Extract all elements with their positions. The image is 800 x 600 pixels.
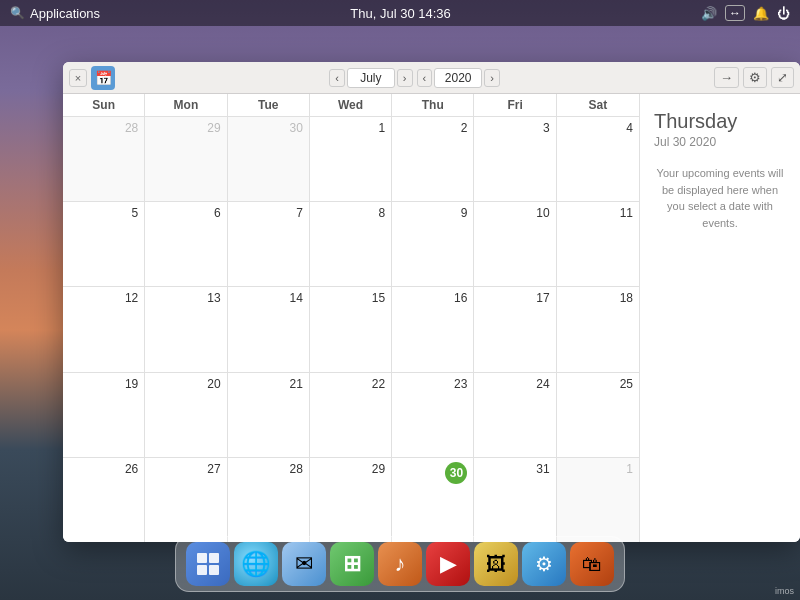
day-cell[interactable]: 14: [228, 287, 310, 371]
dock-mail-icon[interactable]: ✉: [282, 542, 326, 586]
toolbar-right-icons: → ⚙ ⤢: [714, 67, 794, 88]
day-cell[interactable]: 28: [63, 117, 145, 201]
datetime-label: Thu, Jul 30 14:36: [350, 6, 450, 21]
svg-rect-1: [209, 553, 219, 563]
dock-mosaic-icon[interactable]: [186, 542, 230, 586]
day-cell[interactable]: 19: [63, 373, 145, 457]
os-label: imos: [775, 586, 794, 596]
week-5: 26 27 28 29 30 31 1: [63, 458, 639, 542]
header-fri: Fri: [474, 94, 556, 116]
day-cell[interactable]: 25: [557, 373, 639, 457]
selected-day-name: Thursday: [654, 110, 786, 133]
day-cell[interactable]: 3: [474, 117, 556, 201]
day-cell[interactable]: 4: [557, 117, 639, 201]
topbar-right: 🔊 ↔ 🔔 ⏻: [701, 5, 790, 21]
dock-browser-icon[interactable]: 🌐: [234, 542, 278, 586]
events-info: Your upcoming events will be displayed h…: [654, 165, 786, 231]
header-wed: Wed: [310, 94, 392, 116]
day-cell[interactable]: 2: [392, 117, 474, 201]
dock-store-icon[interactable]: 🛍: [570, 542, 614, 586]
day-cell[interactable]: 20: [145, 373, 227, 457]
applications-label[interactable]: Applications: [30, 6, 100, 21]
day-cell[interactable]: 27: [145, 458, 227, 542]
day-cell[interactable]: 18: [557, 287, 639, 371]
day-cell[interactable]: 24: [474, 373, 556, 457]
svg-rect-2: [197, 565, 207, 575]
year-label: 2020: [434, 68, 482, 88]
view-button[interactable]: →: [714, 67, 739, 88]
day-cell[interactable]: 17: [474, 287, 556, 371]
calendar-header-row: Sun Mon Tue Wed Thu Fri Sat: [63, 94, 639, 117]
day-cell[interactable]: 8: [310, 202, 392, 286]
next-year-button[interactable]: ›: [484, 69, 500, 87]
dock-toggle-icon[interactable]: ⚙: [522, 542, 566, 586]
calendar-body: Sun Mon Tue Wed Thu Fri Sat 28 29 30 1 2…: [63, 94, 800, 542]
day-cell[interactable]: 29: [310, 458, 392, 542]
day-cell[interactable]: 26: [63, 458, 145, 542]
calendar-side-panel: Thursday Jul 30 2020 Your upcoming event…: [640, 94, 800, 542]
calendar-window: × 📅 ‹ July › ‹ 2020 › → ⚙ ⤢ Sun Mon Tue …: [63, 62, 800, 542]
prev-year-button[interactable]: ‹: [417, 69, 433, 87]
day-cell[interactable]: 7: [228, 202, 310, 286]
close-button[interactable]: ×: [69, 69, 87, 87]
day-cell[interactable]: 21: [228, 373, 310, 457]
day-cell[interactable]: 13: [145, 287, 227, 371]
day-cell[interactable]: 29: [145, 117, 227, 201]
search-icon: 🔍: [10, 6, 25, 20]
day-cell[interactable]: 6: [145, 202, 227, 286]
day-cell[interactable]: 31: [474, 458, 556, 542]
calendar-toolbar: × 📅 ‹ July › ‹ 2020 › → ⚙ ⤢: [63, 62, 800, 94]
selected-date: Jul 30 2020: [654, 135, 786, 149]
day-cell[interactable]: 30: [228, 117, 310, 201]
dock-video-icon[interactable]: ▶: [426, 542, 470, 586]
dock-music-icon[interactable]: ♪: [378, 542, 422, 586]
dock-sheets-icon[interactable]: ⊞: [330, 542, 374, 586]
week-4: 19 20 21 22 23 24 25: [63, 373, 639, 458]
network-icon[interactable]: ↔: [725, 5, 745, 21]
day-cell[interactable]: 9: [392, 202, 474, 286]
week-2: 5 6 7 8 9 10 11: [63, 202, 639, 287]
month-label: July: [347, 68, 395, 88]
svg-rect-3: [209, 565, 219, 575]
day-cell[interactable]: 16: [392, 287, 474, 371]
day-cell[interactable]: 28: [228, 458, 310, 542]
day-cell[interactable]: 1: [557, 458, 639, 542]
topbar-left: 🔍 Applications: [10, 6, 100, 21]
svg-rect-0: [197, 553, 207, 563]
day-cell[interactable]: 11: [557, 202, 639, 286]
day-cell[interactable]: 23: [392, 373, 474, 457]
settings-button[interactable]: ⚙: [743, 67, 767, 88]
notification-icon[interactable]: 🔔: [753, 6, 769, 21]
header-thu: Thu: [392, 94, 474, 116]
day-cell[interactable]: 10: [474, 202, 556, 286]
day-cell[interactable]: 15: [310, 287, 392, 371]
day-cell[interactable]: 1: [310, 117, 392, 201]
volume-icon[interactable]: 🔊: [701, 6, 717, 21]
month-nav: ‹ July ›: [329, 68, 412, 88]
prev-month-button[interactable]: ‹: [329, 69, 345, 87]
calendar-grid: Sun Mon Tue Wed Thu Fri Sat 28 29 30 1 2…: [63, 94, 640, 542]
next-month-button[interactable]: ›: [397, 69, 413, 87]
calendar-weeks: 28 29 30 1 2 3 4 5 6 7 8 9 10 11: [63, 117, 639, 542]
year-nav: ‹ 2020 ›: [417, 68, 500, 88]
header-sat: Sat: [557, 94, 639, 116]
day-cell[interactable]: 22: [310, 373, 392, 457]
header-mon: Mon: [145, 94, 227, 116]
calendar-app-icon: 📅: [91, 66, 115, 90]
week-3: 12 13 14 15 16 17 18: [63, 287, 639, 372]
topbar-center: Thu, Jul 30 14:36: [350, 6, 450, 21]
dock: 🌐 ✉ ⊞ ♪ ▶ 🖼 ⚙ 🛍: [175, 536, 625, 592]
day-cell[interactable]: 12: [63, 287, 145, 371]
dock-photos-icon[interactable]: 🖼: [474, 542, 518, 586]
expand-button[interactable]: ⤢: [771, 67, 794, 88]
week-1: 28 29 30 1 2 3 4: [63, 117, 639, 202]
day-cell[interactable]: 5: [63, 202, 145, 286]
header-tue: Tue: [228, 94, 310, 116]
today-cell[interactable]: 30: [392, 458, 474, 542]
power-icon[interactable]: ⏻: [777, 6, 790, 21]
topbar: 🔍 Applications Thu, Jul 30 14:36 🔊 ↔ 🔔 ⏻: [0, 0, 800, 26]
header-sun: Sun: [63, 94, 145, 116]
